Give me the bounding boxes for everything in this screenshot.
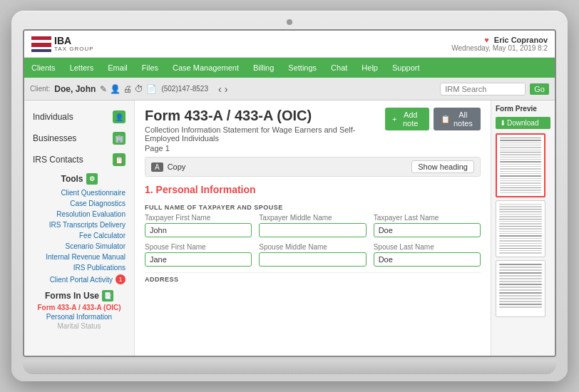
spouse-last-name-label: Spouse Last Name — [374, 243, 481, 251]
tool-client-portal-activity[interactable]: Client Portal Activity 1 — [24, 273, 134, 286]
nav-bar: Clients Letters Email Files Case Managem… — [24, 58, 555, 78]
download-button[interactable]: ⬇ Download — [496, 117, 550, 129]
sidebar-item-businesses[interactable]: Businesses 🏢 — [24, 128, 134, 149]
sidebar-item-irs-contacts[interactable]: IRS Contacts 📋 — [24, 149, 134, 170]
tool-irs-transcripts[interactable]: IRS Transcripts Delivery — [24, 220, 134, 230]
preview-title: Form Previe — [496, 105, 550, 113]
next-client-icon[interactable]: › — [225, 83, 228, 95]
taxpayer-full-name-label: FULL NAME OF TAXPAYER AND SPOUSE — [145, 204, 481, 211]
taxpayer-first-name-input[interactable] — [145, 223, 252, 237]
sidebar: Individuals 👤 Businesses 🏢 IRS Contacts … — [24, 100, 135, 357]
logo-subtext: TAX GROUP — [54, 46, 94, 52]
top-bar: IBA TAX GROUP ♥ Eric Copranov Wednesday,… — [24, 31, 555, 58]
logo-text: IBA — [54, 36, 94, 46]
copy-text: Copy — [168, 163, 186, 171]
form-active-link[interactable]: Form 433-A / 433-A (OIC) — [24, 303, 134, 312]
copy-bar: A Copy Show heading — [145, 157, 481, 177]
preview-thumb3-lines — [496, 261, 545, 316]
form-page: Page 1 — [145, 144, 385, 153]
tool-irs-publications[interactable]: IRS Publications — [24, 262, 134, 273]
nav-support[interactable]: Support — [385, 58, 427, 78]
sidebar-individuals-label: Individuals — [33, 112, 73, 122]
tool-case-diagnostics[interactable]: Case Diagnostics — [24, 198, 134, 209]
form-subtitle: Collection Information Statement for Wag… — [145, 125, 385, 143]
heart-icon: ♥ — [484, 36, 489, 44]
clock-icon[interactable]: ⏱ — [135, 84, 143, 94]
laptop-frame: IBA TAX GROUP ♥ Eric Copranov Wednesday,… — [11, 11, 568, 381]
nav-clients[interactable]: Clients — [24, 58, 63, 78]
go-button[interactable]: Go — [530, 83, 549, 95]
download-label: Download — [507, 119, 538, 127]
welcome-area: ♥ Eric Copranov Wednesday, May 01, 2019 … — [451, 36, 548, 52]
person-icon[interactable]: 👤 — [110, 84, 121, 94]
nav-case-management[interactable]: Case Management — [165, 58, 246, 78]
forms-in-use-label: Forms In Use — [45, 291, 99, 301]
tool-internal-revenue-manual[interactable]: Internal Revenue Manual — [24, 252, 134, 262]
copy-label-a: A — [151, 163, 163, 172]
laptop-base — [23, 360, 556, 374]
nav-billing[interactable]: Billing — [246, 58, 281, 78]
spouse-middle-name-label: Spouse Middle Name — [259, 243, 366, 251]
taxpayer-first-name-col: Taxpayer First Name — [145, 214, 252, 237]
tool-client-questionnaire[interactable]: Client Questionnaire — [24, 187, 134, 198]
sidebar-irs-contacts-label: IRS Contacts — [33, 155, 83, 165]
copy-left: A Copy — [151, 163, 185, 172]
taxpayer-last-name-input[interactable] — [374, 223, 481, 237]
tool-resolution-evaluation[interactable]: Resolution Evaluation — [24, 209, 134, 220]
taxpayer-middle-name-input[interactable] — [259, 223, 366, 237]
all-notes-button[interactable]: 📋 All notes — [434, 108, 481, 130]
spouse-first-name-col: Spouse First Name — [145, 243, 252, 267]
edit-icon[interactable]: ✎ — [100, 84, 107, 94]
irm-search-input[interactable] — [440, 83, 526, 96]
nav-settings[interactable]: Settings — [281, 58, 324, 78]
spouse-middle-name-input[interactable] — [259, 252, 366, 267]
tools-label: Tools — [61, 174, 83, 184]
client-phone: (502)147-8523 — [161, 85, 208, 93]
client-label: Client: — [30, 85, 50, 93]
spouse-name-row: Spouse First Name Spouse Middle Name Spo… — [145, 243, 481, 267]
form-sub-link-2[interactable]: Marital Status — [24, 321, 134, 331]
prev-client-icon[interactable]: ‹ — [218, 83, 222, 95]
add-note-button[interactable]: + Add note — [385, 108, 429, 130]
nav-letters[interactable]: Letters — [63, 58, 101, 78]
show-heading-button[interactable]: Show heading — [411, 160, 474, 173]
forms-in-use-icon: 📑 — [102, 290, 113, 301]
irs-contacts-icon: 📋 — [113, 153, 125, 166]
preview-thumb-page3[interactable] — [496, 260, 545, 317]
preview-thumb-active[interactable] — [496, 133, 545, 197]
nav-email[interactable]: Email — [101, 58, 135, 78]
tools-header: Tools ⚙ — [24, 170, 134, 187]
taxpayer-middle-name-label: Taxpayer Middle Name — [259, 214, 366, 222]
taxpayer-name-row: Taxpayer First Name Taxpayer Middle Name… — [145, 214, 481, 237]
individuals-icon: 👤 — [113, 110, 125, 123]
tool-fee-calculator[interactable]: Fee Calculator — [24, 230, 134, 241]
nav-files[interactable]: Files — [135, 58, 165, 78]
forms-in-use-header: Forms In Use 📑 — [24, 286, 134, 303]
nav-help[interactable]: Help — [354, 58, 385, 78]
preview-thumb-lines — [497, 135, 544, 196]
nav-chat[interactable]: Chat — [324, 58, 354, 78]
laptop-screen: IBA TAX GROUP ♥ Eric Copranov Wednesday,… — [23, 29, 556, 357]
welcome-date: Wednesday, May 01, 2019 8:2 — [451, 44, 548, 52]
content-area: Form 433-A / 433-A (OIC) Collection Info… — [135, 100, 491, 357]
tool-scenario-simulator[interactable]: Scenario Simulator — [24, 241, 134, 252]
client-name: Doe, John — [54, 84, 96, 94]
print-icon[interactable]: 🖨 — [123, 84, 132, 94]
taxpayer-last-name-label: Taxpayer Last Name — [374, 214, 481, 222]
address-label: ADDRESS — [145, 272, 481, 283]
welcome-name: Eric Copranov — [494, 36, 548, 44]
taxpayer-first-name-label: Taxpayer First Name — [145, 214, 252, 222]
taxpayer-last-name-col: Taxpayer Last Name — [374, 214, 481, 237]
spouse-first-name-input[interactable] — [145, 252, 252, 267]
plus-icon: + — [392, 115, 396, 123]
form-header: Form 433-A / 433-A (OIC) Collection Info… — [145, 108, 481, 153]
spouse-last-name-input[interactable] — [374, 252, 481, 267]
sidebar-item-individuals[interactable]: Individuals 👤 — [24, 106, 134, 128]
taxpayer-middle-name-col: Taxpayer Middle Name — [259, 214, 366, 237]
file-icon[interactable]: 📄 — [146, 84, 157, 94]
form-sub-link-1[interactable]: Personal Information — [24, 312, 134, 321]
preview-thumb-page2[interactable] — [496, 200, 545, 257]
spouse-first-name-label: Spouse First Name — [145, 243, 252, 251]
form-title: Form 433-A / 433-A (OIC) — [145, 108, 385, 124]
add-note-label: Add note — [399, 110, 422, 128]
